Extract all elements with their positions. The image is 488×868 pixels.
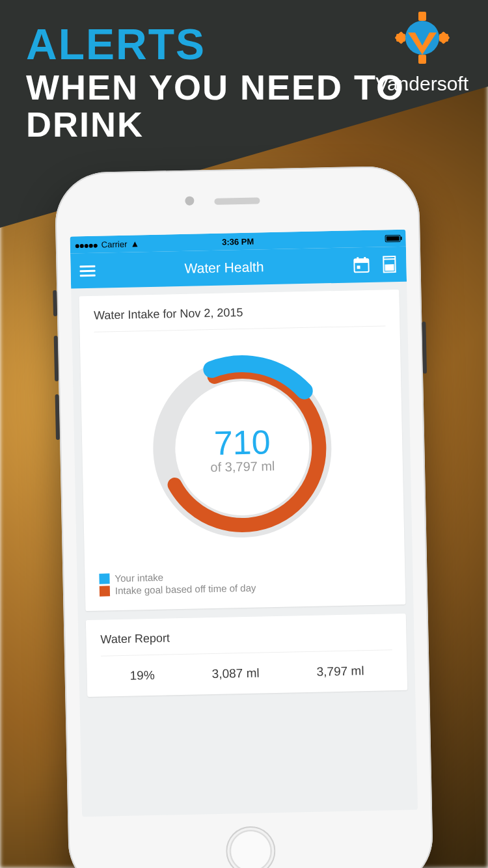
gear-logo-icon bbox=[386, 12, 458, 70]
svg-rect-10 bbox=[354, 259, 368, 263]
legend-label-intake: Your intake bbox=[115, 572, 163, 584]
legend-swatch-goal bbox=[100, 586, 110, 596]
battery-icon bbox=[385, 234, 401, 242]
brand-name: Vandersoft bbox=[375, 73, 468, 95]
home-button[interactable] bbox=[226, 826, 277, 868]
legend-swatch-intake bbox=[99, 573, 109, 584]
report-cell: 3,797 ml bbox=[316, 664, 364, 679]
report-card-title: Water Report bbox=[100, 627, 392, 656]
svg-rect-7 bbox=[438, 31, 450, 43]
menu-button[interactable] bbox=[79, 262, 96, 278]
svg-rect-11 bbox=[357, 257, 359, 261]
report-cell: 19% bbox=[129, 668, 154, 683]
report-card: Water Report 19% 3,087 ml 3,797 ml bbox=[86, 614, 407, 697]
intake-gauge: 710 of 3,797 ml bbox=[133, 339, 352, 558]
phone-side-button bbox=[53, 290, 57, 316]
svg-rect-12 bbox=[364, 257, 366, 261]
svg-rect-6 bbox=[394, 31, 406, 43]
report-row: 19% 3,087 ml 3,797 ml bbox=[101, 663, 392, 683]
navbar-title: Water Health bbox=[95, 257, 353, 278]
phone-side-button bbox=[55, 394, 60, 440]
intake-goal-line: of 3,797 ml bbox=[210, 458, 275, 474]
svg-rect-0 bbox=[418, 12, 426, 21]
cup-icon[interactable] bbox=[381, 255, 398, 273]
gauge-legend: Your intake Intake goal based off time o… bbox=[99, 567, 391, 596]
svg-rect-1 bbox=[418, 55, 426, 64]
calendar-icon[interactable] bbox=[353, 256, 370, 274]
content-area: Water Intake for Nov 2, 2015 710 of 3,79… bbox=[71, 282, 416, 714]
intake-card-title: Water Intake for Nov 2, 2015 bbox=[94, 303, 386, 332]
intake-value: 710 bbox=[213, 422, 271, 463]
brand-logo: Vandersoft bbox=[375, 12, 468, 95]
intake-card: Water Intake for Nov 2, 2015 710 of 3,79… bbox=[79, 290, 405, 611]
phone-side-button bbox=[54, 336, 59, 381]
legend-label-goal: Intake goal based off time of day bbox=[115, 582, 256, 597]
svg-rect-15 bbox=[385, 264, 394, 271]
app-screen: Carrier ▲ 3:36 PM Water Health bbox=[70, 230, 418, 817]
report-cell: 3,087 ml bbox=[212, 666, 260, 682]
phone-frame: Carrier ▲ 3:36 PM Water Health bbox=[54, 165, 433, 868]
svg-rect-13 bbox=[357, 265, 360, 269]
